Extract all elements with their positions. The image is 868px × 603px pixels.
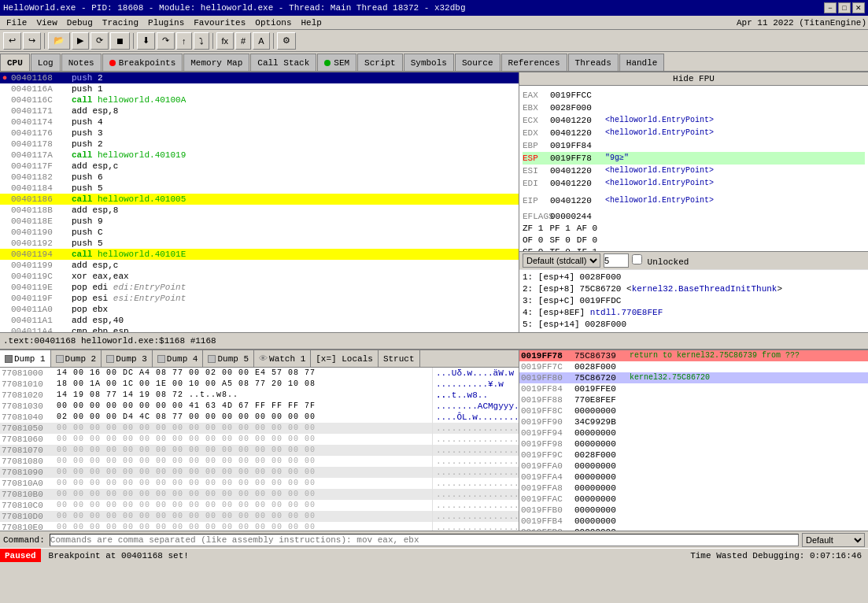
stack-depth-input[interactable]: [604, 253, 629, 268]
menu-favourites[interactable]: Favourites: [189, 17, 250, 28]
disasm-row[interactable]: 004011A1 add esp,40: [0, 315, 519, 326]
minimize-button[interactable]: −: [824, 2, 837, 13]
menu-view[interactable]: View: [31, 17, 61, 28]
toolbar-stop[interactable]: ⏹: [110, 32, 130, 50]
menu-plugins[interactable]: Plugins: [143, 17, 189, 28]
disasm-row[interactable]: 00401184 push 5: [0, 183, 519, 194]
dump-row[interactable]: 77081030 00 00 00 00 00 00 00 00 41 63 4…: [0, 401, 519, 412]
disasm-row[interactable]: 00401174 push 4: [0, 117, 519, 128]
dump-row[interactable]: 77081050 00 00 00 00 00 00 00 00 00 00 0…: [0, 423, 519, 434]
tab-notes[interactable]: Notes: [61, 54, 102, 71]
dump-row[interactable]: 770810B0 00 00 00 00 00 00 00 00 00 00 0…: [0, 489, 519, 500]
dump-row[interactable]: 77081070 00 00 00 00 00 00 00 00 00 00 0…: [0, 445, 519, 456]
disasm-row[interactable]: 00401199 add esp,c: [0, 260, 519, 271]
toolbar-run[interactable]: ▶: [72, 32, 89, 50]
toolbar-redo[interactable]: ↪: [23, 32, 41, 50]
menu-tracing[interactable]: Tracing: [98, 17, 143, 28]
disasm-row[interactable]: 0040119E pop edi edi:EntryPoint: [0, 282, 519, 293]
dump-tab-1[interactable]: Dump 1: [0, 350, 51, 367]
toolbar-undo[interactable]: ↩: [3, 32, 21, 50]
stack-row[interactable]: 0019FF98 00000000: [519, 438, 868, 449]
menu-options[interactable]: Options: [250, 17, 296, 28]
fpu-header[interactable]: Hide FPU: [519, 72, 868, 86]
dump-row[interactable]: 770810E0 00 00 00 00 00 00 00 00 00 00 0…: [0, 522, 519, 531]
tab-call-stack[interactable]: Call Stack: [250, 54, 316, 71]
dump-row[interactable]: 770810D0 00 00 00 00 00 00 00 00 00 00 0…: [0, 511, 519, 522]
stack-row[interactable]: 0019FFA0 00000000: [519, 461, 868, 472]
disasm-row[interactable]: 00401178 push 2: [0, 139, 519, 150]
dump-row[interactable]: 77081040 02 00 00 00 D4 4C 08 77 00 00 0…: [0, 412, 519, 423]
dump-row[interactable]: 77081080 00 00 00 00 00 00 00 00 00 00 0…: [0, 456, 519, 467]
toolbar-fx[interactable]: fx: [216, 32, 235, 50]
tab-memory-map[interactable]: Memory Map: [183, 54, 249, 71]
tab-sem[interactable]: SEM: [317, 54, 356, 71]
dump-row[interactable]: 77081060 00 00 00 00 00 00 00 00 00 00 0…: [0, 434, 519, 445]
toolbar-run-to-cursor[interactable]: ⤵: [194, 32, 209, 50]
dump-row[interactable]: 770810A0 00 00 00 00 00 00 00 00 00 00 0…: [0, 478, 519, 489]
disasm-row[interactable]: 00401190 push C: [0, 227, 519, 238]
tab-source[interactable]: Source: [455, 54, 500, 71]
dump-row[interactable]: 77081090 00 00 00 00 00 00 00 00 00 00 0…: [0, 467, 519, 478]
stack-row[interactable]: 0019FF9C 0028F000: [519, 449, 868, 461]
stack-row[interactable]: 0019FF90 34C9929B: [519, 416, 868, 427]
toolbar-font[interactable]: A: [253, 32, 269, 50]
stack-row[interactable]: 0019FFAC 00000000: [519, 494, 868, 505]
disasm-row[interactable]: 00401182 push 6: [0, 172, 519, 183]
stack-row[interactable]: 0019FFB4 00000000: [519, 516, 868, 527]
disasm-row[interactable]: 0040118E push 9: [0, 216, 519, 227]
stack-row[interactable]: 0019FFB0 00000000: [519, 505, 868, 516]
disasm-row[interactable]: 0040118B add esp,8: [0, 205, 519, 216]
toolbar-options[interactable]: ⚙: [277, 32, 296, 50]
dump-tab-3[interactable]: Dump 3: [102, 350, 153, 367]
tab-breakpoints[interactable]: Breakpoints: [102, 54, 183, 71]
dump-row[interactable]: 77081000 14 00 16 00 DC A4 08 77 00 02 0…: [0, 368, 519, 379]
dump-row[interactable]: 77081010 18 00 1A 00 1C 00 1E 00 10 00 A…: [0, 379, 519, 390]
disasm-row[interactable]: 00401194 call helloworld.40101E: [0, 249, 519, 260]
dump-tab-4[interactable]: Dump 4: [153, 350, 204, 367]
stack-row[interactable]: 0019FFB8 00000000: [519, 527, 868, 531]
toolbar-hash[interactable]: #: [235, 32, 251, 50]
tab-cpu[interactable]: CPU: [0, 54, 30, 71]
tab-threads[interactable]: Threads: [568, 54, 619, 71]
disasm-row[interactable]: 00401176 push 3: [0, 128, 519, 139]
toolbar-step-over[interactable]: ↷: [157, 32, 175, 50]
toolbar-step-into[interactable]: ⬇: [137, 32, 155, 50]
stack-row-esp[interactable]: 0019FF78 75C86739 return to kernel32.75C…: [519, 350, 868, 361]
stack-row[interactable]: 0019FF94 00000000: [519, 427, 868, 438]
disasm-row[interactable]: 004011A4 cmp ebp,esp: [0, 326, 519, 332]
cmd-input[interactable]: [50, 534, 799, 546]
toolbar-restart[interactable]: ⟳: [90, 32, 109, 50]
disasm-row[interactable]: 00401171 add esp,8: [0, 105, 519, 117]
disasm-row[interactable]: 0040117A call helloworld.401019: [0, 150, 519, 161]
stack-row[interactable]: 0019FFA4 00000000: [519, 472, 868, 483]
dump-tab-locals[interactable]: [x=] Locals: [311, 350, 379, 367]
disasm-row[interactable]: ● 00401168 push 2: [0, 72, 519, 83]
tab-log[interactable]: Log: [31, 54, 61, 71]
dump-tab-watch1[interactable]: 👁Watch 1: [254, 350, 311, 367]
stack-row[interactable]: 0019FF88 770E8FEF: [519, 394, 868, 405]
menu-debug[interactable]: Debug: [62, 17, 98, 28]
disasm-row[interactable]: 0040116A push 1: [0, 83, 519, 94]
tab-references[interactable]: References: [501, 54, 567, 71]
dump-row[interactable]: 77081020 14 19 08 77 14 19 08 72 ..t..w8…: [0, 390, 519, 401]
call-convention-select[interactable]: Default (stdcall): [523, 253, 600, 268]
close-button[interactable]: ✕: [852, 2, 865, 13]
stack-row[interactable]: 0019FF80 75C86720 kernel32.75C86720: [519, 372, 868, 383]
dump-tab-5[interactable]: Dump 5: [203, 350, 254, 367]
dump-row[interactable]: 770810C0 00 00 00 00 00 00 00 00 00 00 0…: [0, 500, 519, 511]
tab-symbols[interactable]: Symbols: [404, 54, 454, 71]
menu-help[interactable]: Help: [297, 17, 327, 28]
disasm-row[interactable]: 00401192 push 5: [0, 238, 519, 249]
stack-row[interactable]: 0019FF8C 00000000: [519, 405, 868, 416]
tab-script[interactable]: Script: [357, 54, 403, 71]
dump-tab-struct[interactable]: Struct: [379, 350, 420, 367]
disasm-row[interactable]: 0040119C xor eax,eax: [0, 271, 519, 282]
disasm-row[interactable]: 0040116C call helloworld.40100A: [0, 94, 519, 105]
toolbar-step-out[interactable]: ↑: [176, 32, 192, 50]
stack-row[interactable]: 0019FFA8 00000000: [519, 483, 868, 494]
dump-tab-2[interactable]: Dump 2: [51, 350, 102, 367]
menu-file[interactable]: File: [2, 17, 31, 28]
stack-row[interactable]: 0019FF84 0019FFE0: [519, 383, 868, 394]
stack-row[interactable]: 0019FF7C 0028F000: [519, 361, 868, 372]
cmd-dropdown[interactable]: Default: [802, 533, 865, 547]
